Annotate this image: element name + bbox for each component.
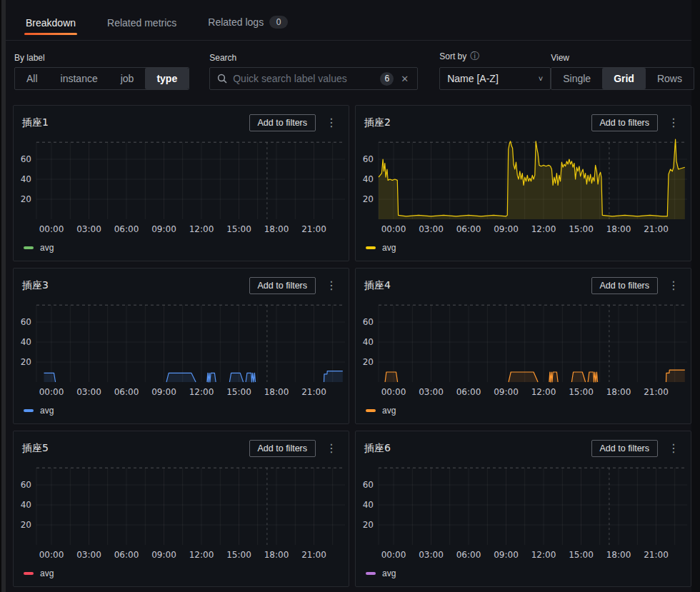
- svg-text:09:00: 09:00: [494, 387, 519, 397]
- label-option-all[interactable]: All: [15, 68, 49, 89]
- svg-text:12:00: 12:00: [531, 224, 556, 234]
- tab-related-logs[interactable]: Related logs 0: [206, 7, 289, 40]
- sort-select-value: Name [A-Z]: [447, 73, 499, 84]
- svg-text:12:00: 12:00: [531, 550, 556, 560]
- svg-text:03:00: 03:00: [76, 224, 101, 234]
- related-logs-count-badge: 0: [269, 16, 288, 29]
- view-option-grid[interactable]: Grid: [602, 68, 646, 89]
- time-series-chart[interactable]: 20406000:0003:0006:0009:0012:0015:0018:0…: [14, 297, 349, 401]
- metric-panel: 插座1 Add to filters ⋮ 20406000:0003:0006:…: [13, 105, 349, 261]
- legend: avg: [14, 238, 349, 253]
- breakdown-view: Breakdown Related metrics Related logs 0…: [6, 0, 691, 592]
- sort-block: Sort by ⓘ Name [A-Z] ˅: [439, 50, 551, 90]
- panel-title: 插座6: [364, 442, 591, 455]
- panel-title: 插座1: [22, 116, 249, 129]
- legend: avg: [356, 563, 691, 578]
- kebab-menu-icon[interactable]: ⋮: [323, 441, 340, 456]
- svg-text:40: 40: [21, 337, 31, 347]
- svg-text:18:00: 18:00: [606, 550, 631, 560]
- legend-label[interactable]: avg: [40, 406, 54, 416]
- legend-label[interactable]: avg: [382, 568, 396, 578]
- svg-text:20: 20: [363, 357, 374, 367]
- legend-label[interactable]: avg: [382, 243, 396, 253]
- svg-text:20: 20: [21, 520, 31, 530]
- svg-text:03:00: 03:00: [76, 387, 101, 397]
- add-to-filters-button[interactable]: Add to filters: [249, 440, 316, 457]
- metric-panel: 插座2 Add to filters ⋮ 20406000:0003:0006:…: [355, 105, 691, 261]
- legend: avg: [14, 563, 349, 578]
- svg-text:00:00: 00:00: [381, 550, 406, 560]
- panel-header: 插座6 Add to filters ⋮: [356, 431, 691, 460]
- panel-title: 插座2: [364, 116, 591, 129]
- svg-text:40: 40: [363, 337, 374, 347]
- svg-text:18:00: 18:00: [606, 387, 631, 397]
- tab-breakdown-label: Breakdown: [26, 17, 76, 29]
- search-result-count-badge: 6: [380, 72, 394, 86]
- sort-select[interactable]: Name [A-Z] ˅: [439, 67, 551, 90]
- tab-related-logs-label: Related logs: [208, 16, 264, 28]
- legend: avg: [14, 401, 349, 416]
- tab-breakdown[interactable]: Breakdown: [24, 9, 77, 40]
- tab-related-metrics[interactable]: Related metrics: [106, 9, 178, 40]
- add-to-filters-button[interactable]: Add to filters: [249, 114, 316, 131]
- kebab-menu-icon[interactable]: ⋮: [665, 279, 682, 293]
- view-block: View Single Grid Rows: [551, 53, 694, 90]
- kebab-menu-icon[interactable]: ⋮: [323, 116, 340, 130]
- window-left-edge: [0, 0, 6, 592]
- svg-text:18:00: 18:00: [264, 224, 289, 234]
- time-series-chart[interactable]: 20406000:0003:0006:0009:0012:0015:0018:0…: [356, 460, 691, 563]
- svg-text:18:00: 18:00: [264, 550, 289, 560]
- panel-title: 插座3: [22, 279, 249, 292]
- svg-text:06:00: 06:00: [114, 387, 139, 397]
- svg-text:06:00: 06:00: [456, 224, 481, 234]
- time-series-chart[interactable]: 20406000:0003:0006:0009:0012:0015:0018:0…: [356, 134, 691, 238]
- label-option-instance[interactable]: instance: [49, 68, 109, 89]
- clear-search-icon[interactable]: ✕: [399, 74, 410, 84]
- panel-header: 插座5 Add to filters ⋮: [14, 431, 349, 460]
- sort-by-text: Sort by: [439, 51, 466, 61]
- legend-label[interactable]: avg: [40, 568, 54, 578]
- legend-label[interactable]: avg: [40, 243, 54, 253]
- legend-label[interactable]: avg: [382, 406, 396, 416]
- time-series-chart[interactable]: 20406000:0003:0006:0009:0012:0015:0018:0…: [14, 134, 349, 238]
- kebab-menu-icon[interactable]: ⋮: [665, 116, 682, 130]
- search-placeholder: Quick search label values: [233, 73, 374, 84]
- svg-text:40: 40: [363, 500, 374, 510]
- svg-text:15:00: 15:00: [569, 387, 594, 397]
- kebab-menu-icon[interactable]: ⋮: [665, 441, 682, 456]
- legend: avg: [356, 401, 691, 416]
- svg-text:60: 60: [363, 317, 374, 327]
- svg-text:06:00: 06:00: [114, 550, 139, 560]
- by-label-label: By label: [14, 53, 189, 63]
- sort-by-label: Sort by ⓘ: [439, 50, 551, 63]
- label-segment-group: All instance job type: [14, 67, 189, 90]
- svg-text:09:00: 09:00: [151, 224, 176, 234]
- panel-header: 插座1 Add to filters ⋮: [14, 106, 349, 134]
- view-option-rows[interactable]: Rows: [646, 68, 694, 89]
- time-series-chart[interactable]: 20406000:0003:0006:0009:0012:0015:0018:0…: [14, 460, 349, 563]
- view-option-single[interactable]: Single: [551, 68, 602, 89]
- info-icon[interactable]: ⓘ: [470, 50, 479, 63]
- svg-text:60: 60: [363, 154, 374, 164]
- controls-row: By label All instance job type Search Qu…: [6, 41, 691, 90]
- add-to-filters-button[interactable]: Add to filters: [591, 277, 658, 294]
- label-option-job[interactable]: job: [109, 68, 146, 89]
- add-to-filters-button[interactable]: Add to filters: [591, 114, 658, 131]
- search-label: Search: [209, 53, 418, 63]
- time-series-chart[interactable]: 20406000:0003:0006:0009:0012:0015:0018:0…: [356, 297, 691, 401]
- svg-text:20: 20: [21, 357, 31, 367]
- add-to-filters-button[interactable]: Add to filters: [249, 277, 316, 294]
- svg-text:00:00: 00:00: [39, 224, 64, 234]
- kebab-menu-icon[interactable]: ⋮: [323, 279, 340, 293]
- panel-header: 插座2 Add to filters ⋮: [356, 106, 691, 134]
- add-to-filters-button[interactable]: Add to filters: [591, 440, 658, 457]
- svg-text:03:00: 03:00: [419, 550, 444, 560]
- svg-text:00:00: 00:00: [39, 387, 64, 397]
- svg-text:18:00: 18:00: [264, 387, 289, 397]
- view-segment-group: Single Grid Rows: [551, 67, 694, 90]
- svg-text:60: 60: [21, 154, 31, 164]
- label-option-type[interactable]: type: [145, 68, 189, 89]
- svg-text:40: 40: [363, 174, 374, 184]
- svg-text:03:00: 03:00: [76, 550, 101, 560]
- search-input[interactable]: Quick search label values 6 ✕: [209, 67, 418, 90]
